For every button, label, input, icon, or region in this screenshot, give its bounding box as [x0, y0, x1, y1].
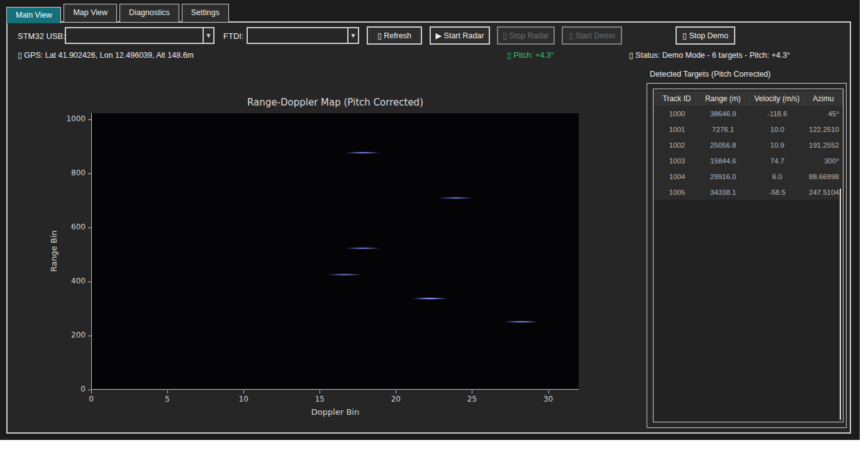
chart-title: Range-Doppler Map (Pitch Corrected)	[178, 97, 492, 108]
y-axis-label: Range Bin	[49, 217, 58, 286]
tab-bar: Main ViewMap ViewDiagnosticsSettings	[6, 4, 231, 23]
stop-demo-button[interactable]: ▯ Stop Demo	[676, 26, 735, 45]
table-cell: 1004	[658, 168, 696, 184]
table-row[interactable]: 100225056.810.9191.2552	[654, 137, 843, 153]
x-tick-label: 5	[155, 395, 180, 403]
chevron-down-icon[interactable]: ▼	[347, 28, 358, 43]
y-tick-label: 1000	[58, 114, 86, 123]
main-window: Main ViewMap ViewDiagnosticsSettings STM…	[0, 0, 860, 440]
tab-settings[interactable]: Settings	[182, 4, 229, 22]
y-tick-mark	[88, 282, 91, 282]
x-tick-label: 30	[536, 395, 561, 403]
y-tick-label: 800	[58, 168, 86, 177]
table-cell: 7276.1	[696, 121, 750, 137]
x-tick-label: 0	[79, 395, 104, 403]
stm32-port-combobox[interactable]: ▼	[65, 27, 214, 44]
target-streak	[499, 320, 543, 324]
refresh-button[interactable]: ▯ Refresh	[367, 26, 422, 45]
table-cell: 247.5104	[804, 184, 843, 200]
stm32-usb-label: STM32 USB:	[18, 31, 65, 41]
demo-status-label: ▯ Status: Demo Mode - 6 targets - Pitch:…	[629, 50, 790, 60]
ftdi-port-combobox[interactable]: ▼	[247, 27, 359, 44]
x-tick-mark	[243, 390, 244, 393]
table-cell: 10.9	[750, 137, 804, 153]
ftdi-port-value	[248, 28, 347, 43]
target-streak	[434, 196, 478, 200]
column-header-azimu[interactable]: Azimu	[804, 91, 843, 106]
table-cell: 122.2510	[804, 121, 843, 137]
range-doppler-plot	[91, 113, 579, 390]
y-tick-label: 600	[58, 222, 86, 231]
table-cell: 29916.0	[696, 168, 750, 184]
x-axis-label: Doppler Bin	[178, 407, 492, 417]
target-streak-core	[504, 321, 538, 322]
y-tick-mark	[88, 228, 91, 228]
table-cell: 45°	[804, 106, 843, 121]
start-radar-button[interactable]: ▶ Start Radar	[430, 26, 490, 45]
targets-panel-title: Detected Targets (Pitch Corrected)	[650, 70, 771, 79]
y-tick-label: 200	[58, 331, 86, 339]
targets-table-scrollbar[interactable]	[840, 189, 841, 420]
target-streak-core	[346, 248, 379, 249]
table-row[interactable]: 100315844.674.7300°	[654, 153, 843, 168]
table-cell: -58.5	[750, 184, 804, 200]
table-cell: 15844.6	[696, 153, 750, 168]
table-cell: 38646.9	[696, 106, 750, 121]
y-tick-mark	[88, 173, 91, 174]
targets-table-body: 100038646.9-118.645°10017276.110.0122.25…	[654, 106, 843, 200]
table-cell: 300°	[804, 153, 843, 168]
target-streak-core	[439, 197, 472, 199]
table-cell: 1005	[658, 184, 696, 200]
tab-main-view[interactable]: Main View	[6, 7, 61, 23]
app-window: Main ViewMap ViewDiagnosticsSettings STM…	[0, 0, 868, 450]
column-header-velocity-m-s[interactable]: Velocity (m/s)	[750, 91, 805, 106]
target-streak-core	[346, 152, 379, 153]
ftdi-label: FTDI:	[223, 31, 244, 41]
table-row[interactable]: 100038646.9-118.645°	[654, 106, 843, 121]
y-tick-label: 400	[58, 277, 86, 285]
table-cell: 191.2552	[804, 137, 843, 153]
y-tick-mark	[88, 336, 91, 336]
start-demo-button: ▯ Start Demo	[562, 26, 622, 45]
table-cell: 34338.1	[696, 184, 750, 200]
table-row[interactable]: 100534338.1-58.5247.5104	[654, 184, 843, 200]
table-cell: 1001	[658, 121, 696, 137]
tab-diagnostics[interactable]: Diagnostics	[120, 4, 179, 22]
target-streak	[408, 297, 452, 300]
table-cell: 1003	[658, 153, 696, 168]
stop-radar-button: ▯ Stop Radar	[497, 26, 555, 45]
x-tick-label: 25	[459, 395, 484, 403]
table-cell: -118.6	[750, 106, 804, 121]
x-tick-mark	[320, 390, 320, 393]
targets-table-header[interactable]: Track IDRange (m)Velocity (m/s)Azimu	[654, 91, 843, 106]
table-cell: 1002	[658, 137, 696, 153]
chevron-down-icon[interactable]: ▼	[203, 28, 213, 43]
table-cell: 1000	[658, 106, 696, 121]
target-streak	[341, 151, 385, 155]
gps-status-label: ▯ GPS: Lat 41.902426, Lon 12.496039, Alt…	[18, 50, 194, 60]
table-row[interactable]: 10017276.110.0122.2510	[654, 121, 843, 137]
tab-map-view[interactable]: Map View	[64, 4, 117, 22]
target-streak-core	[413, 298, 447, 299]
x-tick-mark	[396, 390, 396, 393]
targets-table: Track IDRange (m)Velocity (m/s)Azimu 100…	[653, 89, 843, 422]
table-cell: 88.66998	[804, 168, 843, 184]
x-tick-mark	[548, 390, 549, 393]
y-tick-label: 0	[58, 385, 86, 393]
x-tick-label: 15	[307, 395, 332, 403]
pitch-status-label: ▯ Pitch: +4.3°	[507, 50, 554, 60]
stm32-port-value	[66, 28, 203, 43]
y-tick-mark	[88, 390, 91, 390]
table-cell: 74.7	[750, 153, 804, 168]
table-cell: 6.0	[750, 168, 804, 184]
column-header-range-m[interactable]: Range (m)	[696, 91, 750, 106]
x-tick-label: 20	[383, 395, 408, 403]
table-row[interactable]: 100429916.06.088.66998	[654, 168, 843, 184]
target-streak-core	[328, 274, 361, 275]
x-tick-label: 10	[231, 395, 256, 403]
table-cell: 10.0	[750, 121, 804, 137]
x-tick-mark	[472, 390, 472, 393]
column-header-track-id[interactable]: Track ID	[658, 91, 696, 106]
x-tick-mark	[91, 390, 92, 393]
target-streak	[341, 246, 385, 250]
